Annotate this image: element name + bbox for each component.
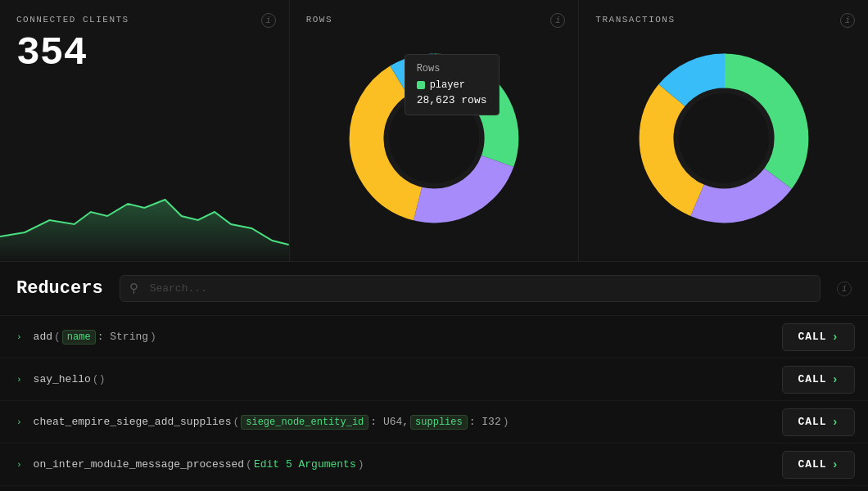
reducer-row-say-hello: › say_hello () CALL › (0, 358, 868, 401)
call-button-say-hello[interactable]: CALL › (782, 366, 855, 394)
transactions-panel: TRANSACTIONS i (579, 0, 868, 261)
call-arrow-add: › (832, 331, 839, 344)
trans-donut-inner (679, 93, 769, 183)
call-arrow-say-hello: › (832, 373, 839, 386)
reducer-list: › add ( name : String ) CALL › › say_hel… (0, 316, 868, 491)
rows-info-icon[interactable]: i (550, 13, 565, 28)
call-button-cheat-supplies[interactable]: CALL › (782, 408, 855, 436)
call-button-on-inter[interactable]: CALL › (782, 451, 855, 479)
call-arrow-cheat-supplies: › (832, 416, 839, 429)
rows-donut-inner (389, 93, 479, 183)
param-badge-name: name (62, 330, 96, 345)
clients-sparkline (0, 163, 289, 261)
reducer-chevron-cheat-supplies[interactable]: › (13, 414, 25, 430)
transactions-info-icon[interactable]: i (840, 13, 855, 28)
transactions-donut-container (595, 29, 852, 246)
transactions-panel-title: TRANSACTIONS (595, 15, 852, 25)
rows-donut-svg (344, 48, 524, 228)
reducer-chevron-add[interactable]: › (13, 329, 25, 345)
rows-panel-title: ROWS (306, 15, 563, 25)
reducers-info-icon[interactable]: i (837, 282, 852, 296)
reducer-sig-say-hello: say_hello () (34, 373, 775, 385)
clients-panel-title: CONNECTED CLIENTS (16, 15, 273, 25)
transactions-donut-svg (634, 48, 814, 228)
reducer-row-add: › add ( name : String ) CALL › (0, 316, 868, 358)
reducer-row-cheat-supplies: › cheat_empire_siege_add_supplies ( sieg… (0, 401, 868, 444)
search-input[interactable] (120, 275, 821, 302)
reducers-section: Reducers ⚲ i › add ( name : String ) CAL… (0, 262, 868, 491)
rows-donut-container: Rows player 28,623 rows (306, 29, 563, 246)
clients-count: 354 (16, 31, 273, 75)
reducer-row-on-inter: › on_inter_module_message_processed ( Ed… (0, 444, 868, 486)
reducers-title: Reducers (16, 278, 103, 299)
connected-clients-panel: CONNECTED CLIENTS i 354 (0, 0, 290, 261)
edit-arguments-link[interactable]: Edit 5 Arguments (254, 458, 356, 471)
search-container: ⚲ (120, 275, 821, 302)
reducer-sig-cheat-supplies: cheat_empire_siege_add_supplies ( siege_… (34, 415, 775, 430)
func-name-say-hello: say_hello (34, 373, 91, 385)
search-icon: ⚲ (129, 281, 138, 296)
func-name-cheat-supplies: cheat_empire_siege_add_supplies (34, 416, 232, 428)
call-button-add[interactable]: CALL › (782, 323, 855, 351)
param-badge-siege-id: siege_node_entity_id (241, 415, 368, 430)
func-name-on-inter: on_inter_module_message_processed (34, 458, 244, 471)
rows-panel: ROWS i Rows player 28,623 rows (290, 0, 580, 261)
reducers-header: Reducers ⚲ i (0, 262, 868, 316)
call-arrow-on-inter: › (832, 458, 839, 471)
reducer-sig-add: add ( name : String ) (34, 330, 775, 345)
reducer-chevron-say-hello[interactable]: › (13, 372, 25, 388)
reducer-sig-on-inter: on_inter_module_message_processed ( Edit… (34, 458, 775, 471)
param-badge-supplies: supplies (410, 415, 468, 430)
reducer-chevron-on-inter[interactable]: › (13, 457, 25, 473)
func-name-add: add (34, 331, 52, 343)
clients-info-icon[interactable]: i (261, 13, 276, 28)
